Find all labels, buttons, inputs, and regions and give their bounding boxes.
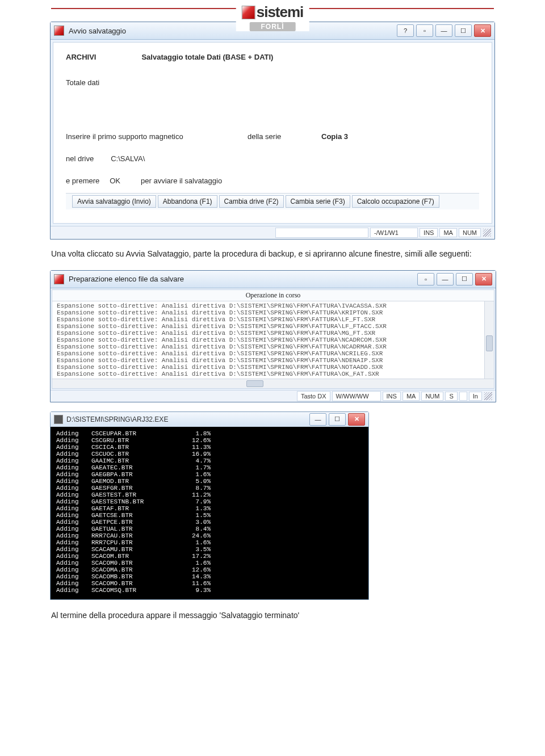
close-button[interactable]: ✕ [475, 273, 492, 285]
console-line: AddingSCACOM0.BTR1.6% [56, 560, 363, 566]
console-line: AddingGAETPCE.BTR3.0% [56, 519, 363, 526]
app-icon [54, 26, 64, 36]
status-cell: S [445, 392, 457, 401]
maximize-button[interactable]: ☐ [456, 273, 473, 285]
maximize-button[interactable]: ☐ [455, 24, 472, 37]
page-header: sistemi FORLÌ [0, 0, 545, 11]
console-line: AddingSCACAMU.BTR3.5% [56, 546, 363, 553]
label-per-avviare: per avviare il salvataggio [141, 177, 222, 185]
status-cell: MA [439, 228, 457, 237]
dialog-preparazione: Preparazione elenco file da salvare ▫ — … [50, 270, 496, 402]
status-cell: INS [383, 392, 401, 401]
list-item: Espansione sotto-direttive: Analisi dire… [57, 303, 492, 309]
resize-grip-icon[interactable] [484, 392, 492, 400]
list-item: Espansione sotto-direttive: Analisi dire… [57, 371, 492, 377]
label-nel-drive: nel drive [66, 154, 94, 163]
titlebar[interactable]: Preparazione elenco file da salvare ▫ — … [51, 271, 496, 288]
status-cell: INS [420, 228, 438, 237]
console-line: AddingSCACOM.BTR17.2% [56, 553, 363, 560]
console-line: AddingGAESTEST.BTR11.2% [56, 492, 363, 498]
restore2-button[interactable]: ▫ [416, 24, 433, 37]
minimize-button[interactable]: — [435, 24, 452, 37]
label-ok: OK [110, 177, 120, 185]
list-item: Espansione sotto-direttive: Analisi dire… [57, 316, 492, 323]
footer-button[interactable]: Abbandona (F1) [158, 195, 217, 208]
status-cell: In [469, 392, 482, 401]
help-button[interactable]: ? [397, 24, 414, 37]
horizontal-scrollbar[interactable] [52, 379, 494, 388]
brand-text: sistemi [257, 3, 304, 20]
console-line: AddingGAETAF.BTR1.3% [56, 505, 363, 512]
titlebar[interactable]: D:\SISTEMI\SPRING\ARJ32.EXE — ☐ ✕ [51, 412, 368, 427]
console-line: AddingCSCGRU.BTR12.6% [56, 437, 363, 444]
console-line: AddingSCACOMA.BTR12.6% [56, 566, 363, 573]
list-item: Espansione sotto-direttive: Analisi dire… [57, 309, 492, 316]
close-button[interactable]: ✕ [348, 413, 365, 426]
body-paragraph-2: Al termine della procedura appare il mes… [51, 610, 494, 621]
window-title: Avvio salvataggio [69, 27, 126, 35]
file-list: Operazione in corso Espansione sotto-dir… [52, 289, 494, 389]
dialog-avvio-salvataggio: Avvio salvataggio ? ▫ — ☐ ✕ ARCHIVI Salv… [50, 22, 495, 240]
console-output: AddingCSCEUPAR.BTR1.8%AddingCSCGRU.BTR12… [51, 427, 368, 599]
console-line: AddingRRR7CAU.BTR24.6% [56, 532, 363, 539]
window-title: Preparazione elenco file da salvare [69, 275, 184, 283]
console-line: AddingGAEATEC.BTR1.7% [56, 464, 363, 471]
console-line: AddingGAETUAL.BTR8.4% [56, 526, 363, 532]
console-line: AddingGAETCSE.BTR1.5% [56, 512, 363, 519]
status-cell [459, 392, 467, 401]
footer-button[interactable]: Avvia salvataggio (Invio) [72, 195, 156, 208]
list-item: Espansione sotto-direttive: Analisi dire… [57, 330, 492, 337]
status-cell: NUM [421, 392, 443, 401]
drive-path: C:\SALVA\ [111, 154, 145, 163]
close-button[interactable]: ✕ [474, 24, 491, 37]
restore2-button[interactable]: ▫ [417, 273, 434, 285]
label-insert: Inserire il primo supporto magnetico [66, 132, 248, 141]
status-bar: Tasto DX W/WW/WW INSMANUMSIn [51, 390, 496, 402]
console-line: AddingCSCUOC.BTR16.9% [56, 451, 363, 457]
minimize-button[interactable]: — [309, 413, 326, 426]
list-item: Espansione sotto-direttive: Analisi dire… [57, 350, 492, 357]
status-cell: MA [403, 392, 420, 401]
footer-button[interactable]: Cambia serie (F3) [286, 195, 350, 208]
dialog-body: ARCHIVI Salvataggio totale Dati (BASE + … [53, 42, 492, 224]
list-header: Operazione in corso [52, 290, 494, 301]
status-cell: NUM [459, 228, 481, 237]
list-item: Espansione sotto-direttive: Analisi dire… [57, 343, 492, 350]
console-line: AddingGAESFGR.BTR8.7% [56, 485, 363, 492]
logo-icon [242, 6, 255, 19]
console-line: AddingCSCEUPAR.BTR1.8% [56, 430, 363, 437]
console-line: AddingGAEGBPA.BTR1.6% [56, 471, 363, 478]
list-item: Espansione sotto-direttive: Analisi dire… [57, 357, 492, 364]
console-line: AddingGAAIMC.BTR4.7% [56, 457, 363, 464]
label-archivi: ARCHIVI [66, 53, 96, 61]
console-line: AddingSCACOMSQ.BTR9.3% [56, 587, 363, 594]
maximize-button[interactable]: ☐ [329, 413, 346, 426]
console-line: AddingSCACOMB.BTR14.3% [56, 573, 363, 580]
label-subtitle: Salvataggio totale Dati (BASE + DATI) [141, 53, 273, 61]
body-paragraph-1: Una volta cliccato su Avvia Salvataggio,… [51, 249, 494, 260]
label-copia: Copia 3 [321, 132, 348, 141]
status-left: Tasto DX [297, 391, 330, 401]
console-line: AddingCSCICA.BTR11.3% [56, 444, 363, 451]
button-bar: Avvia salvataggio (Invio)Abbandona (F1)C… [66, 193, 479, 209]
footer-button[interactable]: Calcolo occupazione (F7) [352, 195, 439, 208]
minimize-button[interactable]: — [437, 273, 454, 285]
label-della-serie: della serie [248, 132, 321, 141]
list-item: Espansione sotto-direttive: Analisi dire… [57, 364, 492, 371]
app-icon [54, 274, 64, 284]
console-line: AddingRRR7CPU.BTR1.6% [56, 539, 363, 546]
console-line: AddingGAEMOD.BTR5.0% [56, 478, 363, 485]
resize-grip-icon[interactable] [483, 229, 491, 237]
status-path: -/W1/W1 [370, 228, 418, 238]
brand-logo: sistemi FORLÌ [236, 3, 309, 31]
status-bar: -/W1/W1 INSMANUM [51, 226, 494, 239]
label-e-premere: e premere [66, 177, 99, 185]
footer-button[interactable]: Cambia drive (F2) [219, 195, 284, 208]
list-item: Espansione sotto-direttive: Analisi dire… [57, 323, 492, 330]
console-line: AddingSCACOMO.BTR11.6% [56, 580, 363, 587]
console-icon [54, 415, 63, 424]
window-title: D:\SISTEMI\SPRING\ARJ32.EXE [66, 415, 168, 423]
list-item: Espansione sotto-direttive: Analisi dire… [57, 337, 492, 343]
vertical-scrollbar[interactable] [484, 301, 494, 379]
status-path: W/WW/WW [332, 391, 381, 401]
